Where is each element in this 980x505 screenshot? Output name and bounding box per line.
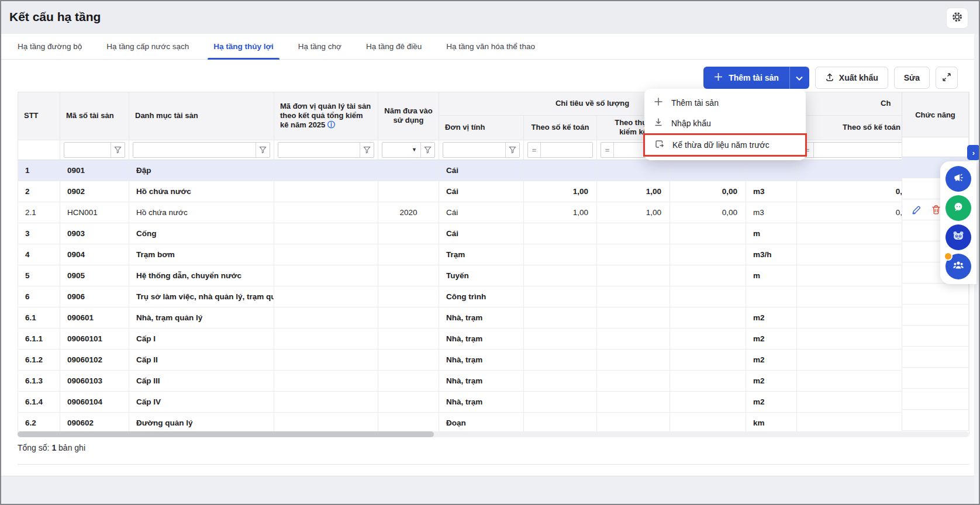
caret-down-icon: ▼	[412, 147, 417, 153]
tab-ha-tang-van-hoa-the-thao[interactable]: Hạ tầng văn hóa thể thao	[446, 34, 535, 59]
floating-widget-panel	[940, 161, 976, 284]
megaphone-icon	[952, 171, 965, 186]
table-row[interactable]: 6.1.3 09060103 Cấp III Nhà, trạm m2	[18, 370, 969, 391]
scrollbar-thumb[interactable]	[18, 431, 434, 437]
col-mgmt-unit-label: Mã đơn vị quản lý tài sản theo kết quả t…	[280, 102, 371, 130]
announcement-button[interactable]	[946, 166, 971, 192]
table-row[interactable]: 2.1 HCN001 Hồ chứa nước 2020 Cái 1,00 1,…	[18, 202, 969, 223]
filter-icon[interactable]	[420, 143, 434, 157]
panda-bot-icon	[951, 229, 966, 246]
col-asset-code: Mã số tài sản	[60, 92, 129, 140]
chevron-down-icon	[796, 72, 803, 83]
panel-collapse-button[interactable]: ›	[967, 145, 980, 160]
row-actions-cell	[902, 368, 969, 389]
app-window: Kết cấu hạ tầng Hạ tầng đường bộ Hạ tầng…	[0, 0, 980, 505]
table-row[interactable]: 6.1.4 09060104 Cấp IV Nhà, trạm m2	[18, 391, 969, 412]
menu-item-them-tai-san[interactable]: Thêm tài sản	[644, 92, 806, 113]
export-label: Xuất khẩu	[839, 73, 878, 82]
table-row[interactable]: 6.2 090602 Đường quản lý Đoạn km	[18, 412, 969, 433]
filter-mgmt-unit-input[interactable]	[278, 143, 360, 157]
add-asset-button[interactable]: Thêm tài sản	[703, 67, 789, 89]
inherit-icon	[654, 139, 664, 151]
filter-category	[133, 142, 270, 158]
table-row[interactable]: 5 0905 Hệ thống dẫn, chuyển nước Tuyến m	[18, 265, 969, 286]
row-actions-cell	[902, 326, 969, 347]
menu-item-nhap-khau[interactable]: Nhập khẩu	[644, 113, 806, 133]
plus-icon	[654, 97, 663, 108]
filter-by-accounting2: =	[800, 142, 902, 158]
row-actions-cell	[902, 283, 969, 305]
tab-ha-tang-de-dieu[interactable]: Hạ tầng đê điều	[366, 34, 422, 59]
table-row[interactable]: 3 0903 Cống Cái m	[18, 223, 969, 244]
add-asset-dropdown-menu: Thêm tài sản Nhập khẩu Kế thừa dữ liệu n…	[644, 89, 806, 160]
divider	[18, 464, 969, 465]
toolbar: Thêm tài sản Xuất khẩu Sửa	[703, 67, 958, 89]
add-asset-menu-toggle[interactable]	[789, 67, 809, 89]
chevron-right-icon: ›	[972, 148, 975, 157]
table-row[interactable]: 4 0904 Trạm bơm Trạm m3/h	[18, 244, 969, 265]
notification-badge	[944, 252, 953, 261]
filter-by-accounting-input[interactable]	[541, 143, 592, 157]
filter-unit	[443, 142, 520, 158]
filter-icon[interactable]	[360, 143, 374, 157]
info-icon[interactable]: ⓘ	[327, 120, 335, 129]
asset-table: STT Mã số tài sản Danh mục tài sản Mã đơ…	[18, 92, 969, 434]
filter-year-select[interactable]: ▼	[382, 147, 420, 153]
people-group-icon	[951, 258, 965, 275]
plus-icon	[714, 72, 723, 83]
row-actions-cell	[902, 347, 969, 368]
add-asset-split-button: Thêm tài sản	[703, 67, 809, 89]
equals-operator[interactable]: =	[528, 143, 541, 157]
row-actions-cell	[902, 389, 969, 410]
title-bar: Kết cấu hạ tầng	[1, 1, 979, 34]
settings-button[interactable]	[946, 8, 968, 29]
total-value: 1	[51, 443, 56, 452]
filter-by-accounting2-input[interactable]	[814, 143, 902, 157]
edit-mode-label: Sửa	[904, 73, 920, 82]
page-title: Kết cấu hạ tầng	[9, 10, 101, 24]
chat-bubble-icon	[951, 200, 965, 216]
edit-row-button[interactable]	[910, 204, 922, 216]
menu-item-ke-thua-du-lieu[interactable]: Kế thừa dữ liệu năm trước	[643, 133, 807, 157]
add-asset-label: Thêm tài sản	[729, 73, 779, 82]
fullscreen-button[interactable]	[936, 67, 958, 89]
tab-ha-tang-cap-nuoc-sach[interactable]: Hạ tầng cấp nước sạch	[106, 34, 189, 59]
filter-row: ▼ = = = =	[18, 140, 969, 160]
table-body: 1 0901 Đập Cái 2 0902 Hồ chứa nước Cái 1…	[18, 160, 969, 433]
col-unit: Đơn vị tính	[439, 116, 524, 140]
edit-mode-button[interactable]: Sửa	[894, 67, 930, 89]
chat-button[interactable]	[946, 195, 971, 221]
filter-mgmt-unit	[278, 142, 374, 158]
total-suffix: bản ghi	[58, 443, 85, 452]
row-actions-cell	[902, 410, 969, 431]
filter-category-input[interactable]	[133, 143, 256, 157]
menu-item-label: Kế thừa dữ liệu năm trước	[672, 140, 769, 150]
filter-asset-code-input[interactable]	[64, 143, 111, 157]
community-button[interactable]	[946, 254, 971, 279]
table-row[interactable]: 6.1 090601 Nhà, trạm quản lý Nhà, trạm m…	[18, 307, 969, 328]
tab-ha-tang-thuy-loi[interactable]: Hạ tầng thủy lợi	[213, 34, 274, 59]
col-year: Năm đưa vào sử dụng	[378, 92, 439, 140]
table-row[interactable]: 6.1.1 09060101 Cấp I Nhà, trạm m2	[18, 328, 969, 349]
filter-stt-empty	[18, 140, 60, 160]
table-row[interactable]: 1 0901 Đập Cái	[18, 160, 969, 181]
tab-ha-tang-duong-bo[interactable]: Hạ tầng đường bộ	[18, 34, 82, 59]
tab-ha-tang-cho[interactable]: Hạ tầng chợ	[298, 34, 341, 59]
export-button[interactable]: Xuất khẩu	[815, 67, 888, 89]
col-functions: Chức năng	[902, 92, 969, 137]
filter-icon[interactable]	[505, 143, 519, 157]
equals-operator[interactable]: =	[601, 143, 614, 157]
filter-icon[interactable]	[256, 143, 270, 157]
assistant-bot-button[interactable]	[946, 224, 971, 250]
record-count: Tổng số: 1 bản ghi	[18, 443, 85, 452]
table-row[interactable]: 6.1.2 09060102 Cấp II Nhà, trạm m2	[18, 349, 969, 370]
filter-icon[interactable]	[111, 143, 125, 157]
table-row[interactable]: 2 0902 Hồ chứa nước Cái 1,00 1,00 0,00 m…	[18, 181, 969, 202]
upload-icon	[825, 72, 834, 84]
window-bottom-band	[1, 476, 979, 504]
table-row[interactable]: 6 0906 Trụ sở làm việc, nhà quản lý, trạ…	[18, 286, 969, 307]
col-by-accounting2: Theo số kế toán	[797, 116, 902, 140]
menu-item-label: Thêm tài sản	[671, 98, 719, 108]
filter-unit-input[interactable]	[443, 143, 505, 157]
horizontal-scrollbar[interactable]	[18, 431, 969, 437]
